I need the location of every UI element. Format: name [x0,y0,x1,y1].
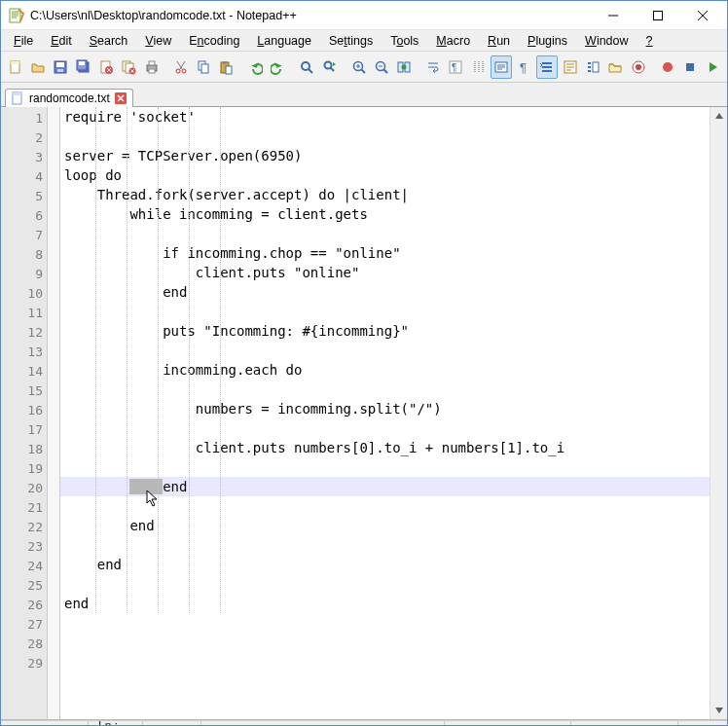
code-line[interactable] [60,341,710,360]
menu-file[interactable]: File [5,32,42,50]
pilcrow-button[interactable]: ¶ [514,55,534,79]
menu-window[interactable]: Window [576,32,637,50]
menu-settings[interactable]: Settings [320,32,382,50]
menu-language[interactable]: Language [248,32,320,50]
code-line[interactable]: end [60,477,710,496]
file-icon [11,91,24,105]
code-line[interactable]: require 'socket' [60,107,710,127]
code-line[interactable] [60,535,710,555]
menu-tools[interactable]: Tools [382,32,427,50]
code-line[interactable] [60,633,710,652]
code-line[interactable]: while incomming = client.gets [60,204,710,224]
menu-help[interactable]: ? [637,32,662,50]
replace-button[interactable] [319,55,340,79]
record-macro-button[interactable] [657,55,677,79]
show-all-chars-button[interactable]: ¶ [446,55,466,79]
redo-button[interactable] [268,55,288,79]
close-button[interactable] [680,1,725,30]
scroll-up-button[interactable] [710,107,727,125]
scroll-down-button[interactable] [710,702,727,719]
code-line[interactable]: client.puts numbers[0].to_i + numbers[1]… [60,438,710,457]
code-line[interactable]: Thread.fork(server.accept) do |client| [60,185,710,204]
close-file-button[interactable] [95,55,116,79]
indent-guides-button[interactable] [468,55,489,79]
code-line[interactable] [60,418,710,438]
svg-rect-56 [13,92,21,95]
cut-button[interactable] [170,55,191,79]
svg-rect-12 [79,61,85,65]
titlebar: C:\Users\nl\Desktop\randomcode.txt - Not… [1,1,727,30]
open-file-button[interactable] [27,55,48,79]
menu-view[interactable]: View [136,32,180,50]
code-line[interactable]: end [60,555,710,574]
save-all-button[interactable] [73,55,93,79]
svg-line-29 [309,69,312,73]
monitoring-button[interactable] [628,55,648,79]
paste-button[interactable] [216,55,237,79]
minimize-button[interactable] [591,1,636,30]
menu-search[interactable]: Search [81,32,137,50]
svg-point-30 [324,61,331,68]
wordwrap-button[interactable] [422,55,443,79]
status-line: Ln : 20 [89,721,143,726]
svg-rect-24 [201,64,208,73]
function-list-button[interactable] [582,55,602,79]
play-macro-button[interactable] [703,55,723,79]
tab-close-button[interactable] [115,92,127,104]
undo-button[interactable] [245,55,266,79]
close-all-button[interactable] [119,55,139,79]
line-number-gutter[interactable]: 1234567891011121314151617181920212223242… [1,107,47,719]
code-line[interactable]: client.puts "online" [60,263,710,282]
folder-workspace-button[interactable] [605,55,626,79]
user-lang-button[interactable] [491,55,512,79]
fold-column[interactable] [47,107,60,719]
code-line[interactable]: end [60,516,710,535]
tabbar: randomcode.txt [1,83,727,107]
code-line[interactable]: if incomming.chop == "online" [60,243,710,263]
code-line[interactable] [60,224,710,243]
fold-button[interactable] [536,55,558,79]
code-line[interactable]: end [60,594,710,613]
menu-macro[interactable]: Macro [427,32,479,50]
doc-map-button[interactable] [560,55,580,79]
code-line[interactable] [60,302,710,321]
menu-encoding[interactable]: Encoding [180,32,248,50]
code-line[interactable] [60,574,710,594]
code-line[interactable] [60,457,710,477]
zoom-in-button[interactable] [348,55,369,79]
find-button[interactable] [297,55,317,79]
status-mode[interactable]: INS [678,721,727,726]
save-button[interactable] [51,55,71,79]
svg-rect-19 [149,61,155,65]
vertical-scrollbar[interactable] [710,107,727,719]
menu-run[interactable]: Run [479,32,519,50]
stop-macro-button[interactable] [679,55,700,79]
file-tab[interactable]: randomcode.txt [5,89,133,107]
code-line[interactable] [60,127,710,146]
code-line[interactable]: numbers = incomming.split("/") [60,399,710,418]
sync-scroll-button[interactable] [394,55,415,79]
code-line[interactable] [60,380,710,399]
menu-plugins[interactable]: Plugins [519,32,576,50]
code-line[interactable] [60,613,710,633]
code-line[interactable]: incomming.each do [60,360,710,380]
code-area[interactable]: require 'socket'server = TCPServer.open(… [60,107,710,719]
code-line[interactable]: loop do [60,165,710,185]
maximize-button[interactable] [636,1,680,30]
copy-button[interactable] [193,55,213,79]
code-line[interactable]: puts "Incomming: #{incomming}" [60,321,710,341]
code-line[interactable]: end [60,282,710,302]
svg-point-21 [176,69,180,73]
print-button[interactable] [141,55,162,79]
zoom-out-button[interactable] [371,55,391,79]
status-eol[interactable]: Windows (CR LF) [445,721,571,726]
code-line[interactable]: server = TCPServer.open(6950) [60,146,710,165]
svg-point-22 [182,69,186,73]
status-encoding[interactable]: UTF-8 [571,721,678,726]
code-line[interactable] [60,496,710,516]
menu-edit[interactable]: Edit [42,32,81,50]
code-line[interactable] [60,652,710,672]
svg-point-53 [663,62,673,72]
window-title: C:\Users\nl\Desktop\randomcode.txt - Not… [30,9,591,22]
new-file-button[interactable] [5,55,25,79]
